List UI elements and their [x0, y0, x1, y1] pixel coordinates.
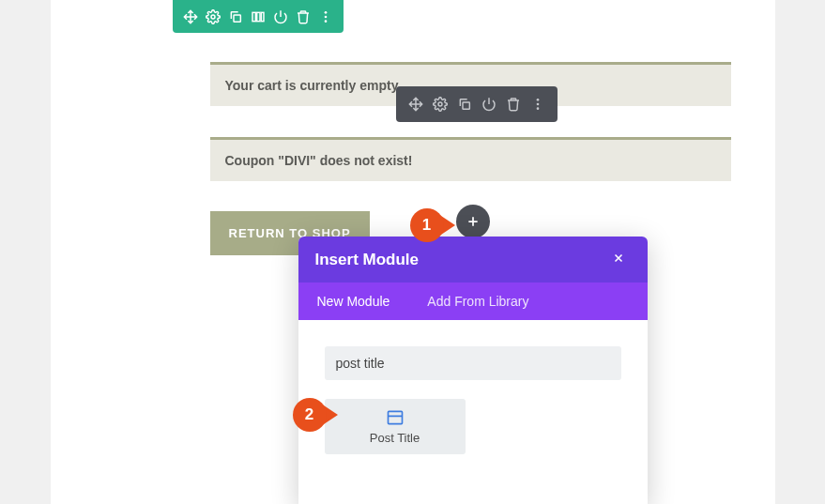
svg-point-12	[536, 107, 539, 110]
move-icon[interactable]	[407, 96, 424, 113]
close-icon[interactable]	[606, 250, 631, 269]
tab-add-from-library[interactable]: Add From Library	[408, 283, 547, 320]
insert-module-modal: Insert Module New Module Add From Librar…	[298, 237, 648, 504]
module-item-label: Post Title	[332, 431, 458, 445]
svg-point-0	[211, 15, 215, 19]
move-icon[interactable]	[182, 8, 199, 25]
section-toolbar	[173, 0, 344, 33]
modal-title: Insert Module	[315, 251, 420, 269]
step-2-badge: 2	[293, 398, 327, 432]
svg-point-6	[324, 15, 327, 18]
more-icon[interactable]	[317, 8, 334, 25]
trash-icon[interactable]	[505, 96, 522, 113]
power-icon[interactable]	[272, 8, 289, 25]
trash-icon[interactable]	[295, 8, 312, 25]
svg-rect-2	[252, 12, 255, 21]
svg-rect-9	[463, 102, 469, 109]
svg-point-5	[324, 11, 327, 14]
svg-point-10	[536, 99, 539, 101]
duplicate-icon[interactable]	[227, 8, 244, 25]
modal-header: Insert Module	[298, 237, 648, 283]
svg-point-7	[324, 20, 327, 23]
tab-new-module[interactable]: New Module	[298, 283, 409, 320]
coupon-error-notice: Coupon "DIVI" does not exist!	[210, 137, 731, 181]
power-icon[interactable]	[481, 96, 497, 113]
module-search-input[interactable]	[325, 346, 621, 380]
svg-point-11	[536, 103, 539, 106]
post-title-icon	[386, 408, 405, 427]
columns-icon[interactable]	[250, 8, 267, 25]
notice-text: Your cart is currently empty.	[225, 78, 402, 93]
svg-rect-3	[256, 12, 259, 21]
svg-rect-13	[388, 411, 402, 423]
module-item-post-title[interactable]: Post Title	[325, 399, 466, 454]
svg-rect-1	[234, 15, 240, 22]
gear-icon[interactable]	[205, 8, 222, 25]
svg-rect-4	[261, 12, 264, 21]
step-1-badge: 1	[410, 208, 444, 242]
gear-icon[interactable]	[432, 96, 449, 113]
duplicate-icon[interactable]	[456, 96, 473, 113]
notice-text: Coupon "DIVI" does not exist!	[225, 153, 413, 168]
modal-tabs: New Module Add From Library	[298, 283, 648, 320]
step-1-pointer: 1	[410, 208, 455, 242]
modal-body: Post Title	[298, 320, 648, 504]
more-icon[interactable]	[529, 96, 546, 113]
svg-point-8	[438, 102, 442, 106]
add-module-button[interactable]	[456, 205, 490, 238]
module-toolbar	[396, 86, 558, 122]
page-container: Your cart is currently empty. Coupon "DI…	[51, 0, 775, 504]
step-2-pointer: 2	[293, 398, 338, 432]
